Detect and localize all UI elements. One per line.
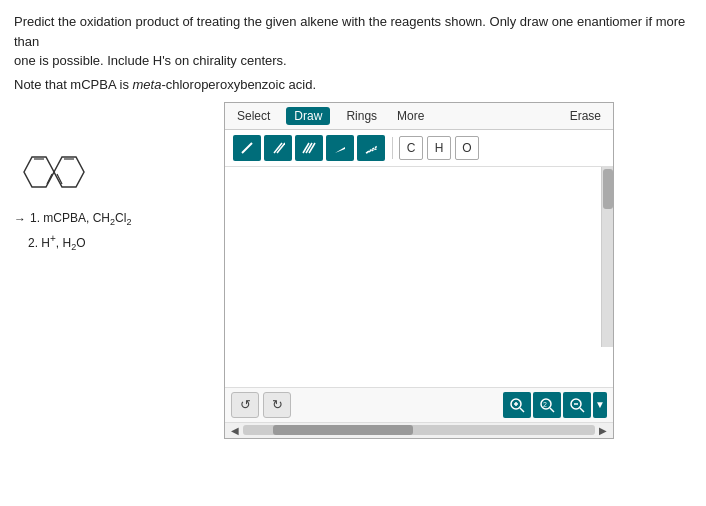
instruction-line1: Predict the oxidation product of treatin… [14,14,685,49]
atom-c-btn[interactable]: C [399,136,423,160]
canvas-area [225,167,613,387]
redo-button[interactable]: ↻ [263,392,291,418]
note: Note that mCPBA is meta-chloroperoxybenz… [14,77,692,92]
step2-text: 2. H+, H2O [28,230,86,256]
molecule-container [14,142,94,202]
svg-marker-12 [335,147,345,153]
scroll-right-arrow[interactable]: ▶ [599,425,607,436]
bond-double-tool[interactable] [264,135,292,161]
step1-text: 1. mCPBA, CH2Cl2 [30,208,131,231]
svg-line-9 [303,143,309,153]
draw-panel: Select Draw Rings More Erase [224,102,614,439]
svg-line-10 [306,143,312,153]
reagent-line1: → 1. mCPBA, CH2Cl2 [14,208,131,231]
more-button[interactable]: More [393,107,428,125]
svg-line-3 [47,174,52,184]
reagent-line2: 2. H+, H2O [28,230,131,256]
scroll-thumb-h [273,425,413,435]
note-italic: meta [133,77,162,92]
zoom-dropdown-button[interactable]: ▼ [593,392,607,418]
right-scrollbar[interactable] [601,167,613,347]
instructions: Predict the oxidation product of treatin… [14,12,692,71]
zoom-reset-button[interactable]: 2 [533,392,561,418]
bond-single-tool[interactable] [233,135,261,161]
reagent-arrow: → [14,209,26,229]
left-panel: → 1. mCPBA, CH2Cl2 2. H+, H2O [14,102,214,256]
svg-marker-13 [366,147,376,153]
atom-o-btn[interactable]: O [455,136,479,160]
toolbar: Select Draw Rings More Erase [225,103,613,130]
scroll-left-arrow[interactable]: ◀ [231,425,239,436]
bond-wedge-tool[interactable] [326,135,354,161]
note-suffix: -chloroperoxybenzoic acid. [161,77,316,92]
reagents: → 1. mCPBA, CH2Cl2 2. H+, H2O [14,208,131,256]
draw-button[interactable]: Draw [286,107,330,125]
svg-line-11 [309,143,315,153]
svg-line-22 [580,408,584,412]
erase-button[interactable]: Erase [566,107,605,125]
bottom-left-controls: ↺ ↻ [231,392,291,418]
undo-button[interactable]: ↺ [231,392,259,418]
atom-h-btn[interactable]: H [427,136,451,160]
bottom-scrollbar[interactable]: ◀ ▶ [225,422,613,438]
bottom-bar: ↺ ↻ [225,387,613,422]
page: Predict the oxidation product of treatin… [0,0,706,506]
svg-marker-1 [54,157,84,187]
molecule-svg [14,142,94,202]
zoom-in-button[interactable] [503,392,531,418]
note-prefix: Note that mCPBA is [14,77,133,92]
bond-triple-tool[interactable] [295,135,323,161]
svg-text:2: 2 [543,401,547,408]
draw-canvas[interactable] [225,167,613,387]
rings-button[interactable]: Rings [342,107,381,125]
zoom-out-button[interactable] [563,392,591,418]
instruction-line2: one is possible. Include H's on chiralit… [14,53,287,68]
draw-tools-bar: C H O [225,130,613,167]
svg-line-15 [520,408,524,412]
tool-separator [392,137,393,159]
bond-dash-tool[interactable] [357,135,385,161]
zoom-controls: 2 ▼ [503,392,607,418]
scrollbar-thumb [603,169,613,209]
main-area: → 1. mCPBA, CH2Cl2 2. H+, H2O Select Dra… [14,102,692,439]
svg-line-6 [242,143,252,153]
svg-marker-0 [24,157,54,187]
select-button[interactable]: Select [233,107,274,125]
svg-line-19 [550,408,554,412]
scroll-track[interactable] [243,425,595,435]
